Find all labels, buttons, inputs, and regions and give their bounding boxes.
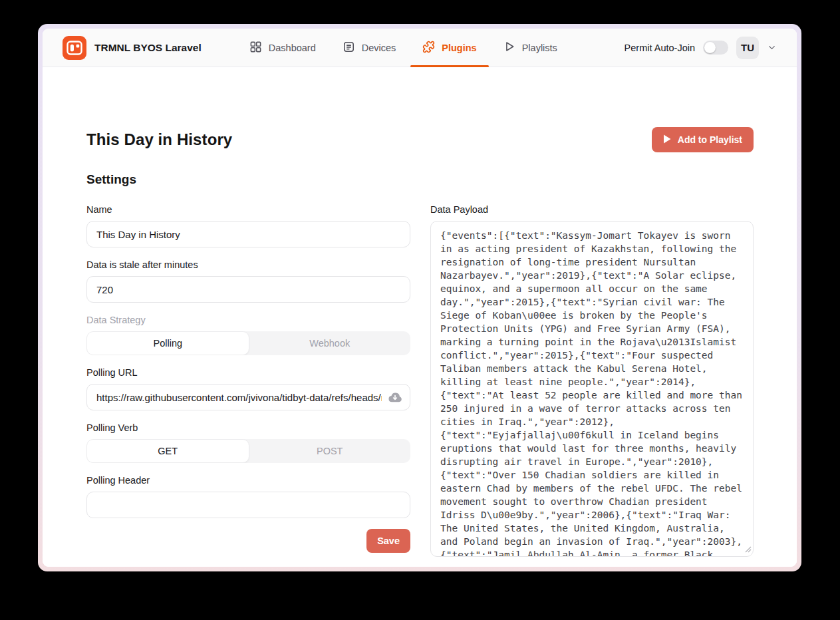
app-window: TRMNL BYOS Laravel Dashboard [38,24,801,571]
brand-title: TRMNL BYOS Laravel [94,42,202,54]
polling-header-label: Polling Header [86,474,410,487]
playlists-play-icon [503,41,515,55]
name-input[interactable] [86,221,410,247]
nav-label: Plugins [442,43,476,53]
polling-header-input[interactable] [86,492,410,518]
dashboard-grid-icon [249,41,262,55]
permit-auto-join-toggle[interactable] [703,41,728,55]
user-menu-chevron-down-icon[interactable] [767,43,777,53]
verb-option-get[interactable]: GET [86,439,249,463]
stale-field-group: Data is stale after minutes [86,258,410,303]
nav-label: Playlists [522,43,557,53]
polling-verb-label: Polling Verb [86,421,410,434]
plugins-puzzle-icon [422,41,435,55]
polling-verb-segmented-control: GET POST [86,439,410,463]
data-payload-textarea[interactable]: {"events":[{"text":"Kassym-Jomart Tokaye… [430,221,754,557]
user-avatar[interactable]: TU [736,37,759,59]
header-right-group: Permit Auto-Join TU [625,37,777,59]
settings-columns: Name Data is stale after minutes Data St… [86,203,754,559]
data-payload-label: Data Payload [430,203,754,216]
settings-heading: Settings [86,172,754,187]
main-content: This Day in History Add to Playlist Sett… [43,67,797,567]
polling-url-field-group: Polling URL [86,366,410,410]
strategy-field-group: Data Strategy Polling Webhook [86,313,410,355]
payload-column: Data Payload {"events":[{"text":"Kassym-… [430,203,754,559]
polling-header-field-group: Polling Header [86,474,410,518]
strategy-option-webhook[interactable]: Webhook [249,331,411,355]
top-navbar: TRMNL BYOS Laravel Dashboard [43,29,797,67]
nav-item-plugins[interactable]: Plugins [409,29,490,67]
settings-form: Name Data is stale after minutes Data St… [86,203,410,559]
data-strategy-segmented-control: Polling Webhook [86,331,410,355]
app-card: TRMNL BYOS Laravel Dashboard [43,29,797,567]
stale-label: Data is stale after minutes [86,258,410,271]
polling-url-input[interactable] [86,384,410,410]
name-field-group: Name [86,203,410,247]
data-strategy-label: Data Strategy [86,313,410,327]
permit-auto-join-label: Permit Auto-Join [625,43,695,53]
add-to-playlist-label: Add to Playlist [678,134,742,145]
trmnl-logo-icon[interactable] [63,36,86,60]
page-title: This Day in History [86,130,232,149]
verb-option-post[interactable]: POST [249,439,411,463]
play-icon [663,134,671,146]
nav-item-dashboard[interactable]: Dashboard [236,29,329,67]
save-button[interactable]: Save [366,529,410,553]
page-title-row: This Day in History Add to Playlist [86,127,754,152]
add-to-playlist-button[interactable]: Add to Playlist [652,127,754,152]
nav-item-playlists[interactable]: Playlists [490,29,571,67]
save-row: Save [86,529,410,553]
main-nav: Dashboard Devices [236,29,571,67]
polling-verb-field-group: Polling Verb GET POST [86,421,410,463]
cloud-download-icon[interactable] [388,391,402,403]
toggle-knob [704,42,716,53]
nav-label: Dashboard [269,43,316,53]
devices-icon [343,41,355,55]
stale-minutes-input[interactable] [86,276,410,303]
name-label: Name [86,203,410,216]
nav-item-devices[interactable]: Devices [329,29,410,67]
strategy-option-polling[interactable]: Polling [86,331,249,355]
polling-url-label: Polling URL [86,366,410,379]
nav-label: Devices [362,43,396,53]
